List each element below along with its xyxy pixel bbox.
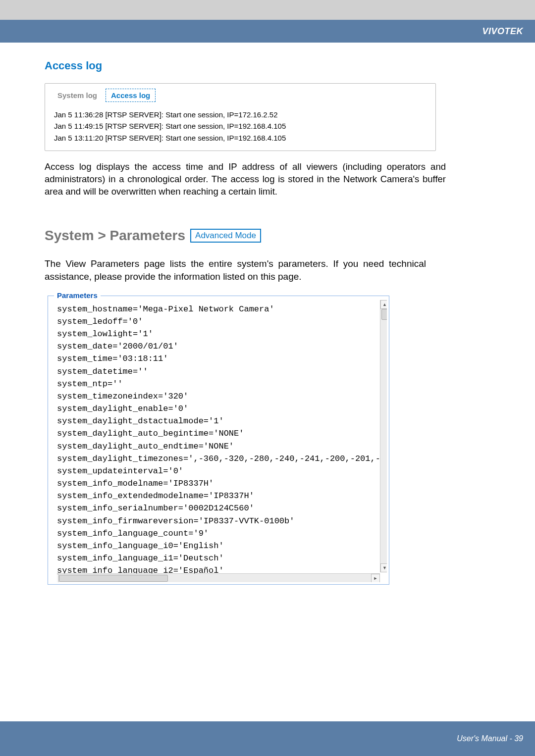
scroll-right-icon[interactable]: ► [371, 574, 380, 582]
parameters-text[interactable]: system_hostname='Mega-Pixel Network Came… [57, 300, 387, 577]
parameters-heading: System > Parameters [45, 228, 185, 244]
vertical-scroll-thumb[interactable] [381, 309, 387, 320]
tab-system-log[interactable]: System log [52, 89, 103, 102]
parameters-heading-row: System > Parameters Advanced Mode [45, 228, 490, 244]
access-log-heading: Access log [45, 59, 490, 72]
page: VIVOTEK Access log System log Access log… [0, 0, 535, 756]
parameters-box: system_hostname='Mega-Pixel Network Came… [57, 300, 387, 582]
log-line: Jan 5 11:49:15 [RTSP SERVER]: Start one … [54, 120, 432, 132]
parameters-legend: Parameters [54, 291, 101, 300]
brand-text: VIVOTEK [482, 26, 523, 37]
parameters-fieldset: Parameters system_hostname='Mega-Pixel N… [48, 296, 389, 585]
log-line: Jan 5 13:11:20 [RTSP SERVER]: Start one … [54, 132, 432, 144]
tab-access-log[interactable]: Access log [106, 89, 156, 102]
footer-band: User's Manual - 39 [0, 721, 535, 756]
access-log-description: Access log displays the access time and … [45, 161, 446, 198]
log-line: Jan 5 11:36:28 [RTSP SERVER]: Start one … [54, 109, 432, 120]
tabs-row: System log Access log [45, 84, 435, 105]
log-panel: System log Access log Jan 5 11:36:28 [RT… [45, 83, 436, 151]
horizontal-scroll-thumb[interactable] [59, 575, 168, 582]
advanced-mode-badge: Advanced Mode [190, 229, 261, 243]
content-area: Access log System log Access log Jan 5 1… [0, 43, 535, 721]
parameters-intro: The View Parameters page lists the entir… [45, 257, 426, 284]
header-band: VIVOTEK [0, 20, 535, 43]
footer-text: User's Manual - 39 [457, 734, 523, 743]
scroll-up-icon[interactable]: ▲ [380, 300, 387, 309]
scroll-down-icon[interactable]: ▼ [380, 563, 387, 572]
horizontal-scrollbar[interactable]: ◄ ► [57, 573, 380, 582]
log-body: Jan 5 11:36:28 [RTSP SERVER]: Start one … [45, 105, 435, 144]
vertical-scrollbar[interactable]: ▲ ▼ [380, 300, 387, 572]
